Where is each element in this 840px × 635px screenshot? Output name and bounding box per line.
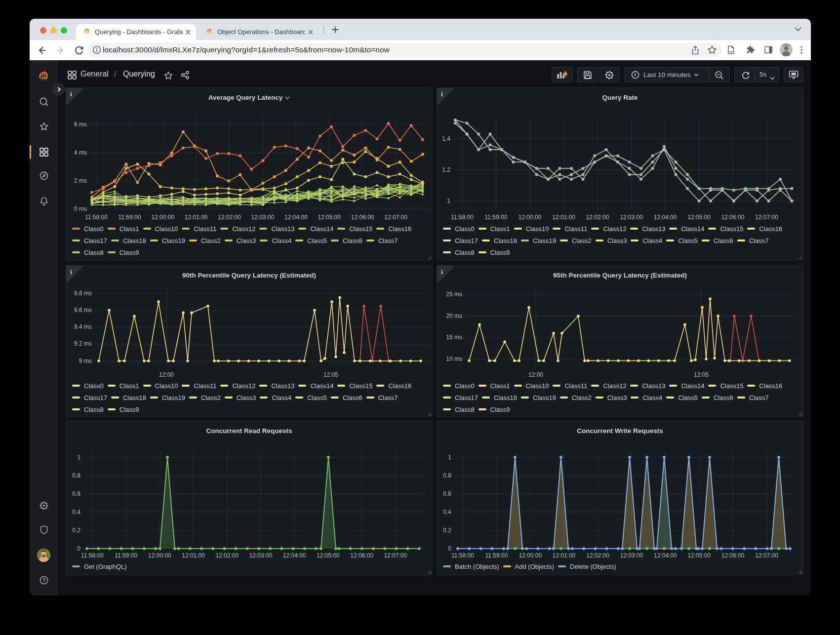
svg-text:?: ? (42, 577, 45, 583)
